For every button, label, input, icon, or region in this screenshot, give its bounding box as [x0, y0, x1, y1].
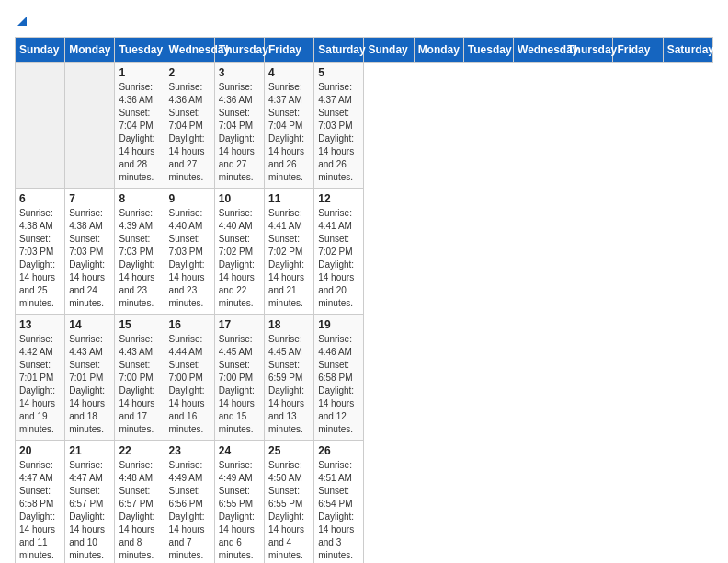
day-number: 10	[219, 192, 260, 205]
day-number: 5	[318, 66, 359, 79]
calendar-cell: 18Sunrise: 4:45 AMSunset: 6:59 PMDayligh…	[265, 315, 314, 441]
header-saturday: Saturday	[314, 38, 364, 63]
day-info: Sunrise: 4:39 AMSunset: 7:03 PMDaylight:…	[119, 207, 160, 310]
day-number: 25	[268, 444, 310, 457]
day-info: Sunrise: 4:42 AMSunset: 7:01 PMDaylight:…	[19, 333, 61, 436]
day-info: Sunrise: 4:45 AMSunset: 6:59 PMDaylight:…	[268, 333, 310, 436]
day-info: Sunrise: 4:36 AMSunset: 7:04 PMDaylight:…	[119, 81, 160, 184]
calendar-cell: 21Sunrise: 4:47 AMSunset: 6:57 PMDayligh…	[65, 441, 115, 564]
calendar-cell: 1Sunrise: 4:36 AMSunset: 7:04 PMDaylight…	[115, 63, 165, 189]
day-info: Sunrise: 4:45 AMSunset: 7:00 PMDaylight:…	[219, 333, 260, 436]
day-info: Sunrise: 4:47 AMSunset: 6:58 PMDaylight:…	[19, 459, 61, 562]
calendar-cell: 8Sunrise: 4:39 AMSunset: 7:03 PMDaylight…	[115, 189, 165, 315]
day-info: Sunrise: 4:37 AMSunset: 7:03 PMDaylight:…	[318, 81, 359, 184]
day-info: Sunrise: 4:38 AMSunset: 7:03 PMDaylight:…	[19, 207, 61, 310]
day-number: 12	[318, 192, 359, 205]
calendar-cell: 19Sunrise: 4:46 AMSunset: 6:58 PMDayligh…	[314, 315, 364, 441]
day-info: Sunrise: 4:49 AMSunset: 6:55 PMDaylight:…	[219, 459, 260, 562]
week-row-2: 6Sunrise: 4:38 AMSunset: 7:03 PMDaylight…	[16, 189, 713, 315]
header-day-tuesday: Tuesday	[463, 38, 513, 63]
header-tuesday: Tuesday	[115, 38, 165, 63]
calendar-cell: 10Sunrise: 4:40 AMSunset: 7:02 PMDayligh…	[214, 189, 264, 315]
day-info: Sunrise: 4:40 AMSunset: 7:02 PMDaylight:…	[219, 207, 260, 310]
week-row-3: 13Sunrise: 4:42 AMSunset: 7:01 PMDayligh…	[16, 315, 713, 441]
calendar-cell: 15Sunrise: 4:43 AMSunset: 7:00 PMDayligh…	[115, 315, 165, 441]
day-info: Sunrise: 4:50 AMSunset: 6:55 PMDaylight:…	[268, 459, 310, 562]
day-number: 20	[19, 444, 61, 457]
calendar-cell	[65, 63, 115, 189]
day-number: 15	[119, 318, 160, 331]
calendar-cell: 24Sunrise: 4:49 AMSunset: 6:55 PMDayligh…	[214, 441, 264, 564]
week-row-4: 20Sunrise: 4:47 AMSunset: 6:58 PMDayligh…	[16, 441, 713, 564]
calendar-cell: 20Sunrise: 4:47 AMSunset: 6:58 PMDayligh…	[16, 441, 65, 564]
calendar-cell: 11Sunrise: 4:41 AMSunset: 7:02 PMDayligh…	[265, 189, 314, 315]
calendar-cell: 16Sunrise: 4:44 AMSunset: 7:00 PMDayligh…	[165, 315, 214, 441]
day-info: Sunrise: 4:40 AMSunset: 7:03 PMDaylight:…	[169, 207, 210, 310]
day-info: Sunrise: 4:36 AMSunset: 7:04 PMDaylight:…	[169, 81, 210, 184]
header-wednesday: Wednesday	[165, 38, 214, 63]
day-number: 9	[169, 192, 210, 205]
day-number: 22	[119, 444, 160, 457]
logo-triangle-icon	[16, 15, 28, 28]
day-number: 6	[19, 192, 61, 205]
day-number: 4	[268, 66, 310, 79]
header-friday: Friday	[265, 38, 314, 63]
day-info: Sunrise: 4:44 AMSunset: 7:00 PMDaylight:…	[169, 333, 210, 436]
calendar-cell: 3Sunrise: 4:36 AMSunset: 7:04 PMDaylight…	[214, 63, 264, 189]
header-day-thursday: Thursday	[563, 38, 613, 63]
day-info: Sunrise: 4:41 AMSunset: 7:02 PMDaylight:…	[318, 207, 359, 310]
header-day-saturday: Saturday	[663, 38, 712, 63]
day-info: Sunrise: 4:37 AMSunset: 7:04 PMDaylight:…	[268, 81, 310, 184]
day-number: 16	[169, 318, 210, 331]
calendar-cell: 2Sunrise: 4:36 AMSunset: 7:04 PMDaylight…	[165, 63, 214, 189]
header-day-wednesday: Wednesday	[514, 38, 563, 63]
calendar-cell: 22Sunrise: 4:48 AMSunset: 6:57 PMDayligh…	[115, 441, 165, 564]
calendar-cell: 6Sunrise: 4:38 AMSunset: 7:03 PMDaylight…	[16, 189, 65, 315]
day-number: 3	[219, 66, 260, 79]
day-number: 17	[219, 318, 260, 331]
day-number: 8	[119, 192, 160, 205]
day-number: 13	[19, 318, 61, 331]
calendar-cell: 23Sunrise: 4:49 AMSunset: 6:56 PMDayligh…	[165, 441, 214, 564]
header-day-friday: Friday	[613, 38, 663, 63]
calendar-cell: 13Sunrise: 4:42 AMSunset: 7:01 PMDayligh…	[16, 315, 65, 441]
calendar-cell: 14Sunrise: 4:43 AMSunset: 7:01 PMDayligh…	[65, 315, 115, 441]
calendar-cell: 12Sunrise: 4:41 AMSunset: 7:02 PMDayligh…	[314, 189, 364, 315]
week-row-1: 1Sunrise: 4:36 AMSunset: 7:04 PMDaylight…	[16, 63, 713, 189]
svg-marker-0	[17, 17, 27, 26]
day-info: Sunrise: 4:41 AMSunset: 7:02 PMDaylight:…	[268, 207, 310, 310]
header-day-monday: Monday	[414, 38, 463, 63]
calendar-table: SundayMondayTuesdayWednesdayThursdayFrid…	[15, 37, 713, 563]
calendar-cell: 26Sunrise: 4:51 AMSunset: 6:54 PMDayligh…	[314, 441, 364, 564]
day-info: Sunrise: 4:47 AMSunset: 6:57 PMDaylight:…	[69, 459, 110, 562]
header-monday: Monday	[65, 38, 115, 63]
logo	[15, 15, 28, 28]
day-info: Sunrise: 4:43 AMSunset: 7:00 PMDaylight:…	[119, 333, 160, 436]
header-day-sunday: Sunday	[364, 38, 414, 63]
header-thursday: Thursday	[214, 38, 264, 63]
calendar-cell: 25Sunrise: 4:50 AMSunset: 6:55 PMDayligh…	[265, 441, 314, 564]
calendar-header-row: SundayMondayTuesdayWednesdayThursdayFrid…	[16, 38, 713, 63]
calendar-cell: 5Sunrise: 4:37 AMSunset: 7:03 PMDaylight…	[314, 63, 364, 189]
day-info: Sunrise: 4:46 AMSunset: 6:58 PMDaylight:…	[318, 333, 359, 436]
calendar-cell: 4Sunrise: 4:37 AMSunset: 7:04 PMDaylight…	[265, 63, 314, 189]
calendar-cell: 9Sunrise: 4:40 AMSunset: 7:03 PMDaylight…	[165, 189, 214, 315]
day-number: 1	[119, 66, 160, 79]
day-number: 26	[318, 444, 359, 457]
day-number: 7	[69, 192, 110, 205]
day-number: 23	[169, 444, 210, 457]
page-header	[15, 15, 713, 28]
day-number: 11	[268, 192, 310, 205]
day-number: 18	[268, 318, 310, 331]
day-info: Sunrise: 4:38 AMSunset: 7:03 PMDaylight:…	[69, 207, 110, 310]
day-number: 2	[169, 66, 210, 79]
day-info: Sunrise: 4:51 AMSunset: 6:54 PMDaylight:…	[318, 459, 359, 562]
day-info: Sunrise: 4:36 AMSunset: 7:04 PMDaylight:…	[219, 81, 260, 184]
calendar-cell: 7Sunrise: 4:38 AMSunset: 7:03 PMDaylight…	[65, 189, 115, 315]
day-info: Sunrise: 4:49 AMSunset: 6:56 PMDaylight:…	[169, 459, 210, 562]
day-number: 14	[69, 318, 110, 331]
day-info: Sunrise: 4:48 AMSunset: 6:57 PMDaylight:…	[119, 459, 160, 562]
day-number: 21	[69, 444, 110, 457]
header-sunday: Sunday	[16, 38, 65, 63]
day-number: 19	[318, 318, 359, 331]
